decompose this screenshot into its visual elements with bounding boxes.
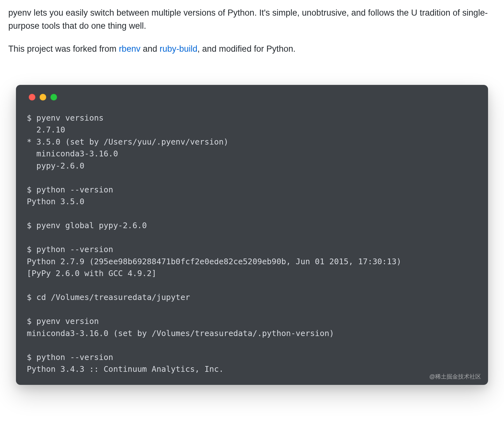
close-icon xyxy=(29,94,35,101)
p2-pre: This project was forked from xyxy=(8,44,119,54)
terminal-output: $ pyenv versions 2.7.10 * 3.5.0 (set by … xyxy=(27,112,477,375)
minimize-icon xyxy=(40,94,46,101)
rbenv-link[interactable]: rbenv xyxy=(119,44,141,54)
ruby-build-link[interactable]: ruby-build xyxy=(159,44,197,54)
terminal-window: $ pyenv versions 2.7.10 * 3.5.0 (set by … xyxy=(16,85,488,385)
intro-paragraph-2: This project was forked from rbenv and r… xyxy=(8,42,496,56)
window-controls xyxy=(27,94,477,101)
p2-mid: and xyxy=(140,44,159,54)
p2-post: , and modified for Python. xyxy=(197,44,296,54)
maximize-icon xyxy=(50,94,57,101)
intro-paragraph-1: pyenv lets you easily switch between mul… xyxy=(8,6,496,32)
terminal-container: $ pyenv versions 2.7.10 * 3.5.0 (set by … xyxy=(0,66,504,385)
watermark-text: @稀土掘金技术社区 xyxy=(429,373,481,380)
readme-content: pyenv lets you easily switch between mul… xyxy=(0,0,504,56)
